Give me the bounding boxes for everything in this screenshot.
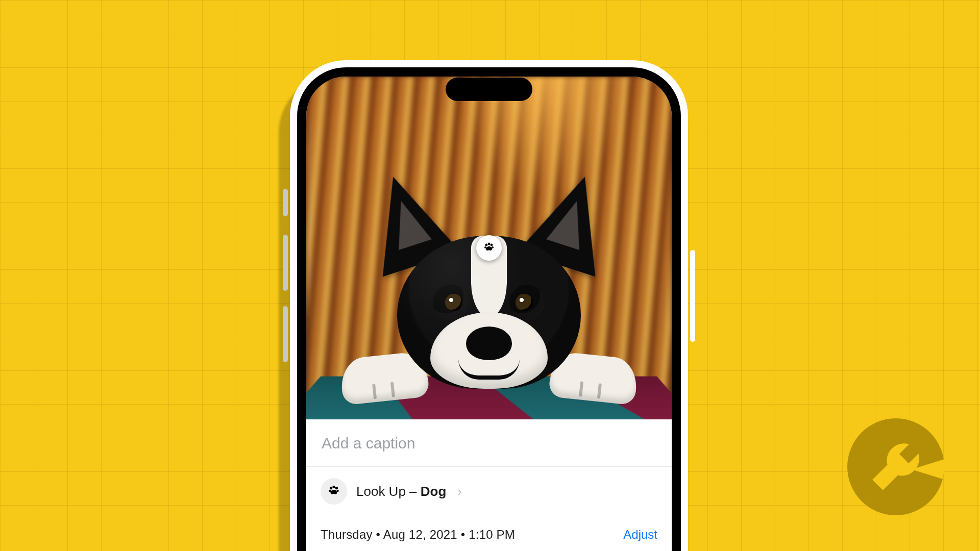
sparkle-icon: ✦: [306, 77, 310, 84]
phone-bezel: Add a caption ✦: [297, 67, 681, 551]
brand-logo: [847, 418, 944, 515]
photo-datetime-label: Thursday • Aug 12, 2021 • 1:10 PM: [321, 528, 515, 542]
svg-point-6: [332, 486, 335, 488]
photo-datetime-row: Thursday • Aug 12, 2021 • 1:10 PM Adjust: [306, 516, 672, 547]
photo-viewport[interactable]: [306, 77, 672, 419]
svg-point-0: [485, 244, 488, 246]
visual-lookup-row[interactable]: ✦: [306, 467, 672, 516]
paw-icon: [483, 241, 495, 255]
adjust-datetime-button[interactable]: Adjust: [623, 528, 657, 542]
svg-point-7: [335, 487, 338, 489]
svg-point-1: [488, 243, 491, 245]
visual-lookup-badge[interactable]: [476, 235, 502, 261]
phone-side-button: [690, 250, 695, 342]
phone-frame: Add a caption ✦: [290, 60, 688, 551]
chevron-right-icon: ›: [457, 484, 462, 499]
photo-subject-dog: [346, 180, 632, 399]
dynamic-island: [446, 78, 532, 101]
app-background: Add a caption ✦: [0, 0, 980, 551]
caption-input[interactable]: Add a caption: [306, 419, 672, 467]
paw-icon: [327, 484, 340, 499]
svg-point-2: [491, 244, 493, 246]
photo-info-panel: Add a caption ✦: [306, 419, 672, 551]
phone-screen: Add a caption ✦: [306, 77, 672, 551]
svg-point-5: [330, 487, 332, 489]
lookup-row-label: Look Up – Dog: [356, 484, 446, 499]
lookup-row-icon: [321, 478, 347, 505]
